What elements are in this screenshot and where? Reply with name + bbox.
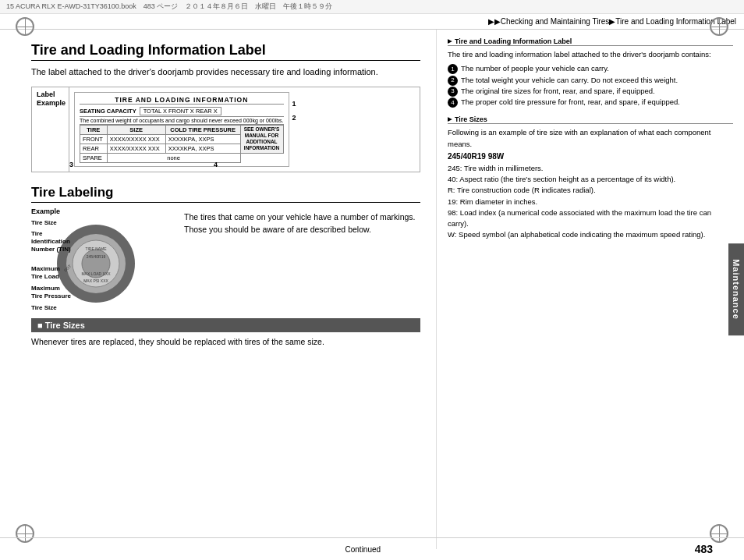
list-text-1: The number of people your vehicle can ca… [461,63,609,74]
label-heading-text: Label Example [37,90,66,108]
list-num-1: 1 [448,64,458,74]
annotation-1: 1 [292,100,296,108]
seating-cap-value: TOTAL X FRONT X REAR X [140,107,221,115]
list-item-3: 3 The original tire sizes for front, rea… [448,86,733,97]
annotation-4: 4 [214,161,218,168]
sidebar-section2-intro: Following is an example of tire size wit… [448,127,733,150]
list-num-2: 2 [448,76,458,86]
section1-intro: The label attached to the driver's doorj… [31,66,420,79]
label-max-pressure: MaximumTire Pressure [31,285,71,301]
annotation-right: 1 2 [289,92,296,122]
tire-load-text: MAX LOAD XXX [81,271,111,276]
label-example-heading: Label Example [32,87,69,172]
seating-cap-label: SEATING CAPACITY [80,108,136,115]
label-tire-size-top: Tire Size [31,218,71,227]
list-item-4: 4 The proper cold tire pressure for fron… [448,97,733,108]
annotation-left: 3 4 [69,129,221,168]
tire-sizes-header: ■ Tire Sizes [31,318,420,332]
section2-title: Tire Labeling [31,185,420,203]
sidebar-section-1: Tire and Loading Information Label The t… [448,37,733,108]
label-example-container: Label Example TIRE AND LOADING INFORMATI… [31,87,420,172]
tire-size-details-list: 245: Tire width in millimeters. 40: Aspe… [448,163,733,241]
tire-tin-text: 245/40R19 [87,254,106,259]
breadcrumb-text: ▶▶Checking and Maintaining Tires▶Tire an… [488,17,736,26]
combined-weight-text: The combined weight of occupants and car… [80,117,284,125]
left-content: Tire and Loading Information Label The l… [0,30,437,549]
labeling-text: The tires that came on your vehicle have… [184,207,420,310]
list-text-2: The total weight your vehicle can carry.… [461,75,678,86]
corner-decoration-tl [16,17,34,36]
tire-sizes-title: ■ Tire Sizes [37,321,85,330]
annotation-3: 3 [69,161,73,168]
file-info-bar: 15 ACURA RLX E-AWD-31TY36100.book 483 ペー… [0,0,744,14]
tire-pressure-text: MAX PSI XXX [83,278,108,283]
tire-sizes-text: Whenever tires are replaced, they should… [31,337,324,346]
tire-sizes-body: Whenever tires are replaced, they should… [31,332,420,349]
right-sidebar: Tire and Loading Information Label The t… [437,30,744,549]
tire-detail-98: 98: Load index (a numerical code associa… [448,207,733,230]
list-item-1: 1 The number of people your vehicle can … [448,63,733,74]
tire-size-example: 245/40R19 98W [448,152,733,161]
sidebar-section2-title: Tire Sizes [448,115,733,124]
sidebar-section1-title: Tire and Loading Information Label [448,37,733,46]
section-tire-labeling: Tire Labeling Example [31,185,420,310]
example-label: Example [31,207,172,215]
tire-labeling-container: Example TIRE NAME 245/40R19 [31,207,420,310]
breadcrumb: ▶▶Checking and Maintaining Tires▶Tire an… [0,14,744,30]
list-text-3: The original tire sizes for front, rear,… [461,86,655,97]
tire-detail-w: W: Speed symbol (an alphabetical code in… [448,229,733,240]
list-item-2: 2 The total weight your vehicle can carr… [448,75,733,86]
sidebar-section1-intro: The tire and loading information label a… [448,49,733,60]
label-max-load: MaximumTire Load [31,265,71,282]
label-tire-id: TireIdentificationNumber (TIN) [31,230,71,254]
annotation-2: 2 [292,114,296,122]
main-container: Tire and Loading Information Label The l… [0,30,744,549]
sidebar-list-1: 1 The number of people your vehicle can … [448,63,733,108]
maintenance-tab: Maintenance [728,243,744,335]
tire-detail-245: 245: Tire width in millimeters. [448,163,733,174]
tire-labels: Tire Size TireIdentificationNumber (TIN)… [31,217,71,313]
list-text-4: The proper cold tire pressure for front,… [461,97,680,108]
page-number: 483 [695,543,713,555]
tire-table-title: TIRE AND LOADING INFORMATION [80,96,284,105]
list-num-3: 3 [448,87,458,97]
see-owners-manual: SEE OWNER'S MANUAL FOR ADDITIONAL INFORM… [240,125,283,153]
diagram-wrapper: TIRE AND LOADING INFORMATION SEATING CAP… [69,87,301,172]
tire-detail-19: 19: Rim diameter in inches. [448,197,733,207]
tire-detail-40: 40: Aspect ratio (the tire's section hei… [448,174,733,185]
tire-detail-r: R: Tire construction code (R indicates r… [448,185,733,196]
sidebar-section-2: Tire Sizes Following is an example of ti… [448,115,733,240]
tire-diagram: Example TIRE NAME 245/40R19 [31,207,172,310]
tire-name-text: TIRE NAME [85,246,107,251]
label-tire-size-bottom: Tire Size [31,303,71,312]
list-num-4: 4 [448,97,458,108]
file-info-text: 15 ACURA RLX E-AWD-31TY36100.book 483 ペー… [6,2,332,10]
footer: Continued 483 [0,537,744,560]
continued-label: Continued [345,545,381,554]
section-tire-sizes: ■ Tire Sizes Whenever tires are replaced… [31,318,420,349]
section-tire-loading: Tire and Loading Information Label The l… [31,42,420,172]
section1-title: Tire and Loading Information Label [31,42,420,61]
tire-diagram-content: TIRE NAME 245/40R19 MAX LOAD XXX MAX PSI… [31,217,172,310]
